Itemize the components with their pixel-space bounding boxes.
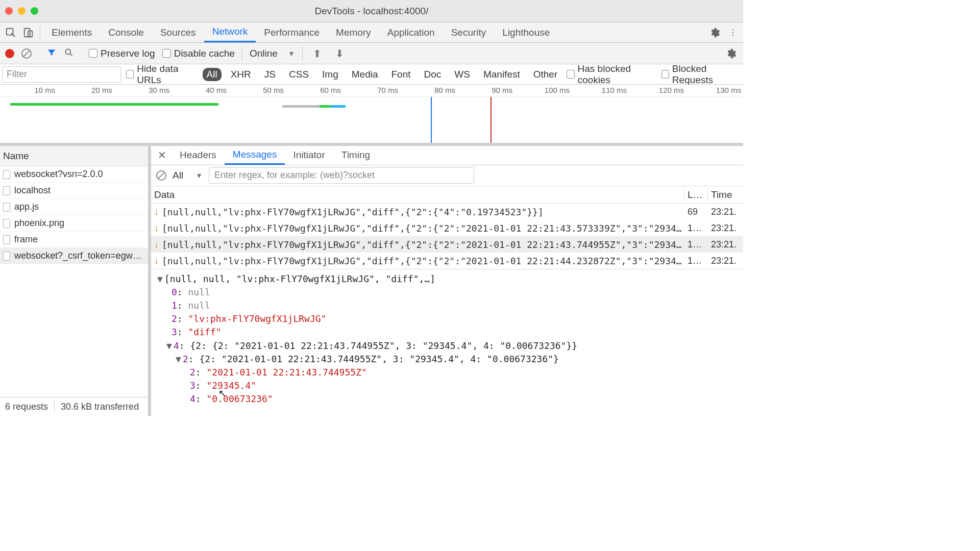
throttling-select[interactable]: Online ▼: [242, 46, 303, 61]
filter-type-manifest[interactable]: Manifest: [479, 68, 524, 81]
filter-type-other[interactable]: Other: [529, 68, 562, 81]
tab-memory[interactable]: Memory: [328, 22, 379, 42]
file-icon: [3, 219, 10, 228]
timeline-tick: 60 ms: [286, 85, 343, 96]
message-preview-tree[interactable]: ▼[null, null, "lv:phx-FlY70wgfX1jLRwJG",…: [151, 269, 743, 416]
filter-type-xhr[interactable]: XHR: [227, 68, 255, 81]
request-name: localhost: [14, 185, 51, 196]
status-bar: 6 requests 30.6 kB transferred: [0, 397, 148, 416]
upload-har-icon[interactable]: ⬆: [310, 46, 325, 61]
filter-placeholder: Filter: [7, 69, 27, 80]
more-icon[interactable]: ⋮: [726, 26, 740, 40]
timeline-bar: [282, 105, 323, 108]
name-column-header: Name: [3, 151, 29, 162]
message-row[interactable]: ↓[null,null,"lv:phx-FlY70wgfX1jLRwJG","d…: [151, 253, 743, 269]
close-detail-icon[interactable]: ✕: [153, 146, 170, 165]
search-icon[interactable]: [64, 47, 74, 60]
blocked-requests-label: Blocked Requests: [672, 63, 741, 86]
request-row[interactable]: websocket?vsn=2.0.0: [0, 166, 148, 183]
tree-2: "lv:phx-FlY70wgfX1jLRwJG": [188, 313, 327, 324]
detail-pane: ✕ HeadersMessagesInitiatorTiming All ▼ E…: [151, 146, 743, 416]
request-row[interactable]: phoenix.png: [0, 215, 148, 232]
incoming-icon: ↓: [154, 223, 159, 234]
disable-cache-label: Disable cache: [174, 48, 235, 59]
device-toolbar-icon[interactable]: [19, 22, 37, 42]
time-column-header[interactable]: Time: [707, 189, 743, 201]
tab-lighthouse[interactable]: Lighthouse: [494, 22, 558, 42]
message-regex-input[interactable]: Enter regex, for example: (web)?socket: [209, 167, 474, 184]
detail-tab-initiator[interactable]: Initiator: [285, 146, 333, 165]
tab-console[interactable]: Console: [100, 22, 152, 42]
filter-type-doc[interactable]: Doc: [420, 68, 446, 81]
timeline-tick: 120 ms: [629, 85, 686, 96]
message-type-filter[interactable]: All ▼: [173, 170, 203, 181]
messages-toolbar: All ▼ Enter regex, for example: (web)?so…: [151, 165, 743, 186]
checkbox-icon: [662, 70, 669, 79]
request-list-pane: Name websocket?vsn=2.0.0localhostapp.jsp…: [0, 146, 151, 416]
filter-type-js[interactable]: JS: [260, 68, 280, 81]
filter-type-css[interactable]: CSS: [285, 68, 313, 81]
message-row[interactable]: ↓[null,null,"lv:phx-FlY70wgfX1jLRwJG","d…: [151, 204, 743, 220]
detail-tab-messages[interactable]: Messages: [225, 146, 285, 165]
message-data: [null,null,"lv:phx-FlY70wgfX1jLRwJG","di…: [162, 207, 684, 217]
tree-0: null: [188, 287, 210, 297]
filter-type-ws[interactable]: WS: [450, 68, 474, 81]
checkbox-icon: [567, 70, 574, 79]
file-icon: [3, 170, 10, 179]
messages-header: Data L… Time: [151, 186, 743, 204]
download-har-icon[interactable]: ⬇: [332, 46, 348, 61]
message-time: 23:21.: [707, 223, 743, 234]
tab-performance[interactable]: Performance: [256, 22, 328, 42]
message-row[interactable]: ↓[null,null,"lv:phx-FlY70wgfX1jLRwJG","d…: [151, 220, 743, 236]
timeline-tick: 100 ms: [514, 85, 572, 96]
message-type-filter-value: All: [173, 170, 183, 181]
blocked-requests-checkbox[interactable]: Blocked Requests: [662, 63, 741, 86]
checkbox-icon: [126, 70, 134, 79]
detail-tab-headers[interactable]: Headers: [172, 146, 225, 165]
tab-application[interactable]: Application: [379, 22, 443, 42]
tree-4-2: {2: "2021-01-01 22:21:43.744955Z", 3: "2…: [200, 354, 559, 364]
length-column-header[interactable]: L…: [684, 189, 707, 201]
clear-button[interactable]: [21, 48, 32, 59]
hide-data-urls-checkbox[interactable]: Hide data URLs: [126, 63, 198, 86]
tab-elements[interactable]: Elements: [43, 22, 100, 42]
timeline-overview[interactable]: 10 ms20 ms30 ms40 ms50 ms60 ms70 ms80 ms…: [0, 85, 743, 146]
detail-tabs: ✕ HeadersMessagesInitiatorTiming: [151, 146, 743, 165]
filter-type-media[interactable]: Media: [348, 68, 382, 81]
tab-sources[interactable]: Sources: [152, 22, 204, 42]
tab-security[interactable]: Security: [443, 22, 495, 42]
request-name: phoenix.png: [14, 218, 64, 229]
filter-icon[interactable]: [46, 47, 57, 60]
preserve-log-checkbox[interactable]: Preserve log: [89, 48, 155, 59]
filter-input[interactable]: Filter: [2, 66, 121, 83]
record-button[interactable]: [5, 49, 14, 58]
tab-network[interactable]: Network: [204, 22, 256, 42]
request-row[interactable]: app.js: [0, 199, 148, 215]
timeline-bar: [331, 105, 346, 108]
settings-icon[interactable]: [707, 26, 722, 40]
data-column-header[interactable]: Data: [151, 189, 684, 201]
file-icon: [3, 203, 10, 212]
has-blocked-cookies-checkbox[interactable]: Has blocked cookies: [567, 63, 656, 86]
filter-type-font[interactable]: Font: [387, 68, 415, 81]
request-row[interactable]: localhost: [0, 183, 148, 199]
message-row[interactable]: ↓[null,null,"lv:phx-FlY70wgfX1jLRwJG","d…: [151, 236, 743, 253]
filter-bar: Filter Hide data URLs AllXHRJSCSSImgMedi…: [0, 64, 743, 85]
clear-messages-button[interactable]: [156, 170, 166, 181]
message-time: 23:21.: [707, 239, 743, 250]
detail-tab-timing[interactable]: Timing: [333, 146, 378, 165]
message-time: 23:21.: [707, 207, 743, 217]
inspect-element-icon[interactable]: [2, 22, 19, 42]
status-transferred: 30.6 kB transferred: [61, 402, 139, 412]
request-list-header[interactable]: Name: [0, 146, 148, 166]
filter-type-img[interactable]: Img: [318, 68, 342, 81]
disable-cache-checkbox[interactable]: Disable cache: [162, 48, 235, 59]
divider: [40, 26, 40, 39]
network-settings-icon[interactable]: [724, 46, 738, 61]
request-row[interactable]: frame: [0, 232, 148, 248]
timeline-tick: 30 ms: [114, 85, 172, 96]
chevron-down-icon: ▼: [288, 49, 295, 58]
filter-type-all[interactable]: All: [203, 68, 222, 81]
request-row[interactable]: websocket?_csrf_token=egw…: [0, 248, 148, 264]
timeline-bar: [320, 105, 331, 108]
